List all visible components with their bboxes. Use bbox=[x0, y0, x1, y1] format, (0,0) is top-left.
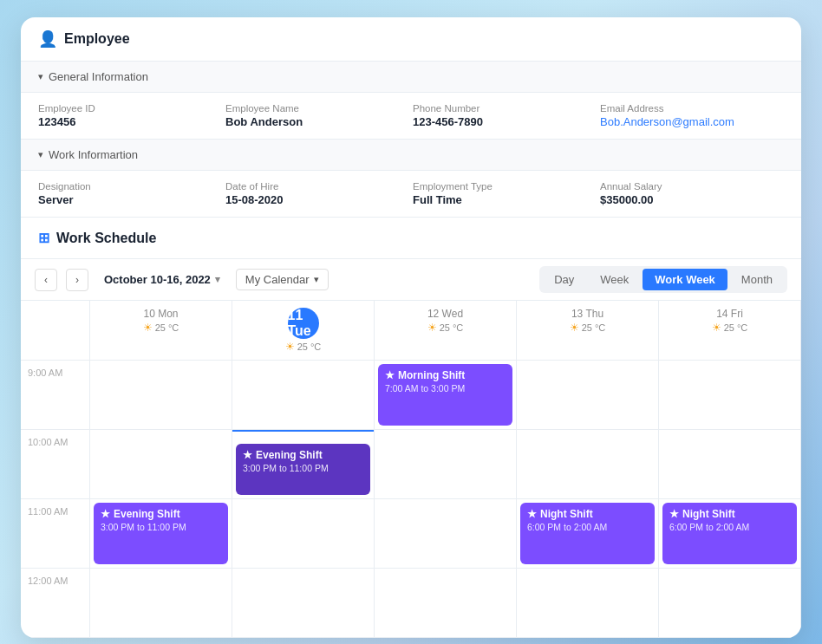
employment-type-cell: Employment Type Full Time bbox=[413, 181, 597, 206]
email-label: Email Address bbox=[600, 103, 784, 114]
cell-thu-10am bbox=[517, 430, 659, 499]
employee-card: 👤 Employee ▾ General Information Employe… bbox=[21, 17, 801, 638]
employee-name-label: Employee Name bbox=[225, 103, 409, 114]
tab-work-week[interactable]: Work Week bbox=[643, 269, 727, 290]
employee-name-cell: Employee Name Bob Anderson bbox=[225, 103, 409, 128]
day-header-mon: 10 Mon ☀25 °C bbox=[90, 301, 232, 361]
cell-mon-10am bbox=[90, 430, 232, 499]
work-schedule-header: ⊞ Work Schedule bbox=[21, 218, 801, 259]
weather-thu: ☀25 °C bbox=[570, 322, 606, 334]
weather-mon: ☀25 °C bbox=[143, 322, 179, 334]
calendar-container: 10 Mon ☀25 °C 11 Tue ☀25 °C 12 Wed ☀25 °… bbox=[21, 301, 801, 638]
general-info-header: ▾ General Information bbox=[21, 62, 801, 93]
tue-evening-shift-block[interactable]: ★Evening Shift 3:00 PM to 11:00 PM bbox=[236, 444, 370, 495]
cell-tue-9am bbox=[232, 361, 375, 430]
sun-icon-thu: ☀ bbox=[570, 322, 579, 334]
weather-tue: ☀25 °C bbox=[285, 341, 322, 353]
salary-label: Annual Salary bbox=[600, 181, 784, 192]
tue-evening-shift-title: ★Evening Shift bbox=[243, 449, 363, 461]
salary-cell: Annual Salary $35000.00 bbox=[600, 181, 784, 206]
thu-night-shift-block[interactable]: ★Night Shift 6:00 PM to 2:00 AM bbox=[520, 503, 655, 564]
salary-value: $35000.00 bbox=[600, 193, 784, 206]
phone-label: Phone Number bbox=[413, 103, 597, 114]
cell-thu-9am bbox=[517, 361, 659, 430]
day-name-wed: 12 Wed bbox=[427, 308, 463, 320]
employee-id-label: Employee ID bbox=[38, 103, 222, 114]
designation-cell: Designation Server bbox=[38, 181, 222, 206]
time-10am: 10:00 AM bbox=[21, 430, 90, 499]
day-header-tue: 11 Tue ☀25 °C bbox=[232, 301, 375, 361]
hire-date-label: Date of Hire bbox=[225, 181, 409, 192]
star-icon-morning: ★ bbox=[385, 369, 395, 381]
cell-fri-9am bbox=[659, 361, 801, 430]
day-number-tue: 11 Tue bbox=[288, 308, 319, 339]
schedule-controls: ‹ › October 10-16, 2022 ▾ My Calendar ▾ … bbox=[21, 259, 801, 301]
time-header-col bbox=[21, 301, 90, 361]
weather-fri: ☀25 °C bbox=[712, 322, 748, 334]
phone-value: 123-456-7890 bbox=[413, 115, 597, 128]
date-range-text: October 10-16, 2022 bbox=[104, 273, 211, 286]
employee-header: 👤 Employee bbox=[21, 17, 801, 62]
date-range-button[interactable]: October 10-16, 2022 ▾ bbox=[97, 270, 227, 289]
cell-mon-11am: ★Evening Shift 3:00 PM to 11:00 PM bbox=[90, 499, 232, 569]
work-info-header: ▾ Work Informartion bbox=[21, 140, 801, 171]
star-icon-mon-eve: ★ bbox=[101, 508, 110, 520]
star-icon-eve: ★ bbox=[243, 449, 252, 461]
calendar-grid: 10 Mon ☀25 °C 11 Tue ☀25 °C 12 Wed ☀25 °… bbox=[21, 301, 801, 638]
work-schedule-title: Work Schedule bbox=[56, 231, 156, 246]
tab-day[interactable]: Day bbox=[542, 269, 586, 290]
employee-name-value: Bob Anderson bbox=[225, 115, 409, 128]
fri-night-shift-block[interactable]: ★Night Shift 6:00 PM to 2:00 AM bbox=[662, 503, 797, 564]
time-9am: 9:00 AM bbox=[21, 361, 90, 430]
next-button[interactable]: › bbox=[66, 269, 88, 291]
day-header-fri: 14 Fri ☀25 °C bbox=[659, 301, 801, 361]
thu-night-shift-title: ★Night Shift bbox=[527, 508, 648, 520]
employment-type-value: Full Time bbox=[413, 193, 597, 206]
hire-date-cell: Date of Hire 15-08-2020 bbox=[225, 181, 409, 206]
employee-id-cell: Employee ID 123456 bbox=[38, 103, 222, 128]
day-name-fri: 14 Fri bbox=[716, 308, 743, 320]
cell-mon-12am bbox=[90, 569, 232, 638]
star-icon-fri-night: ★ bbox=[669, 508, 679, 520]
mon-evening-shift-time: 3:00 PM to 11:00 PM bbox=[101, 522, 221, 532]
cell-wed-9am: ★Morning Shift 7:00 AM to 3:00 PM bbox=[375, 361, 517, 430]
sun-icon-mon: ☀ bbox=[143, 322, 153, 334]
employee-title: Employee bbox=[64, 31, 130, 47]
employment-type-label: Employment Type bbox=[413, 181, 597, 192]
fri-night-shift-title: ★Night Shift bbox=[669, 508, 790, 520]
calendar-select-button[interactable]: My Calendar ▾ bbox=[236, 269, 329, 290]
prev-button[interactable]: ‹ bbox=[35, 269, 57, 291]
employee-icon: 👤 bbox=[38, 29, 57, 49]
weather-wed: ☀25 °C bbox=[427, 322, 464, 334]
email-cell: Email Address Bob.Anderson@gmail.com bbox=[600, 103, 784, 128]
day-name-mon: 10 Mon bbox=[143, 308, 178, 320]
mon-evening-shift-block[interactable]: ★Evening Shift 3:00 PM to 11:00 PM bbox=[94, 503, 228, 564]
general-info-grid: Employee ID 123456 Employee Name Bob And… bbox=[21, 93, 801, 140]
mon-evening-shift-title: ★Evening Shift bbox=[101, 508, 221, 520]
morning-shift-time: 7:00 AM to 3:00 PM bbox=[385, 383, 506, 394]
email-value[interactable]: Bob.Anderson@gmail.com bbox=[600, 115, 784, 128]
time-11am: 11:00 AM bbox=[21, 499, 90, 569]
cell-thu-12am bbox=[517, 569, 659, 638]
fri-night-shift-time: 6:00 PM to 2:00 AM bbox=[669, 522, 790, 532]
sun-icon-fri: ☀ bbox=[712, 322, 721, 334]
star-icon-thu-night: ★ bbox=[527, 508, 537, 520]
calendar-chevron: ▾ bbox=[314, 274, 319, 285]
chevron-down-icon: ▾ bbox=[38, 71, 43, 82]
cell-mon-9am bbox=[90, 361, 232, 430]
cell-tue-12am bbox=[232, 569, 375, 638]
tab-month[interactable]: Month bbox=[729, 269, 785, 290]
calendar-label: My Calendar bbox=[245, 273, 310, 286]
date-range-chevron: ▾ bbox=[215, 274, 220, 285]
cell-fri-12am bbox=[659, 569, 801, 638]
morning-shift-block[interactable]: ★Morning Shift 7:00 AM to 3:00 PM bbox=[378, 364, 512, 426]
sun-icon-wed: ☀ bbox=[427, 322, 437, 334]
sun-icon-tue: ☀ bbox=[285, 341, 295, 353]
cell-wed-12am bbox=[375, 569, 517, 638]
cell-wed-10am bbox=[375, 430, 517, 499]
designation-label: Designation bbox=[38, 181, 222, 192]
tab-week[interactable]: Week bbox=[588, 269, 641, 290]
day-name-thu: 13 Thu bbox=[571, 308, 603, 320]
cell-tue-10am: ★Evening Shift 3:00 PM to 11:00 PM bbox=[232, 430, 375, 499]
work-info-grid: Designation Server Date of Hire 15-08-20… bbox=[21, 171, 801, 218]
